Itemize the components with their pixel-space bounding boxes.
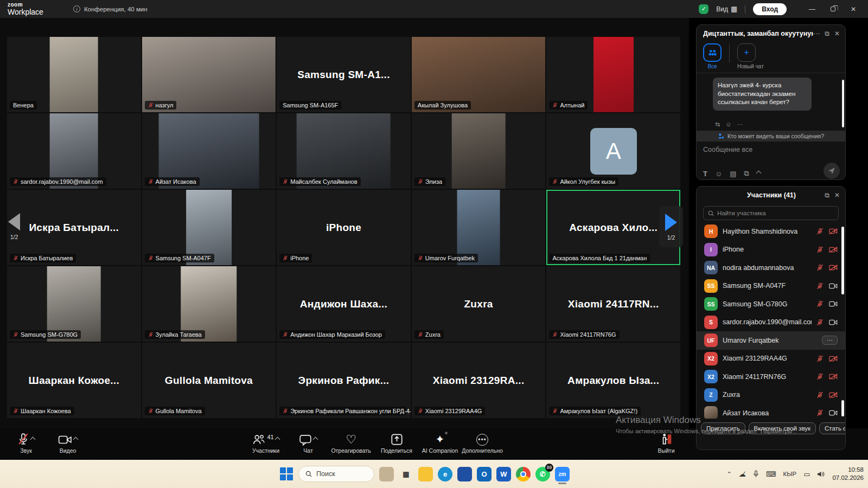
sign-in-button[interactable]: Вход [753,3,787,15]
leave-button[interactable]: Выйти [650,432,682,454]
weather-taskbar-icon[interactable] [379,467,394,481]
participants-options-chevron[interactable] [275,437,280,442]
video-tile[interactable]: Samsung SM-A1...Samsung SM-A165F [277,37,411,112]
chat-visibility-banner[interactable]: Кто может видеть ваши сообщения? [697,131,845,142]
participants-scrollbar-2[interactable] [841,400,844,416]
add-reaction-icon[interactable]: ☺ [725,121,731,128]
taskbar-search[interactable]: Поиск [298,466,374,482]
video-tile[interactable]: Андижон Шаха... Андижон Шахар Марказий Б… [277,266,411,342]
participants-close-icon[interactable]: ✕ [834,191,840,199]
attach-file-icon[interactable]: ▤ [730,170,736,178]
ai-companion-button[interactable]: ✦ AI Companion [417,432,463,454]
participants-button[interactable]: 41 Участники [247,432,285,454]
new-chat-button[interactable]: + Новый чат [737,43,764,69]
video-tile[interactable]: A Айкол Улугбек кызы [546,113,680,189]
video-tile[interactable]: Xiaomi 24117RN... Xiaomi 24117RN76G [546,266,680,342]
video-tile[interactable]: Искра Батырал... Искра Батыралиев [7,190,141,265]
participant-row[interactable]: HHayithon Shamshidinova [697,222,845,241]
chat-more-icon[interactable]: ⋯ [813,30,820,37]
participant-row[interactable]: NAnodira abdumannabova [697,259,845,277]
participant-row[interactable]: IiPhone [697,241,845,259]
previous-page-button[interactable]: 1/2 [3,213,25,240]
chat-options-chevron[interactable] [313,437,318,442]
participant-row[interactable]: X2Xiaomi 23129RAA4G [697,350,845,368]
message-more-icon[interactable]: ⋯ [737,121,743,128]
screenshot-icon[interactable]: ⧉ [744,169,749,178]
video-tile[interactable]: Амракулов Ыза... Амракулов Ызат (AlgaKGZ… [546,343,680,418]
word-taskbar-icon[interactable]: W [496,467,511,481]
participants-scrollbar[interactable] [841,227,844,294]
participant-row[interactable]: Ssardor.rajabov.1990@mail.com [697,313,845,332]
video-button[interactable]: Видео [50,432,86,454]
chat-close-icon[interactable]: ✕ [834,30,840,37]
claim-host-button[interactable]: Стать организат... [819,422,845,434]
view-button[interactable]: Вид ▦ [716,5,737,13]
video-tile[interactable]: Xiaomi 23129RA... Xiaomi 23129RAA4G [412,343,546,418]
react-button[interactable]: ♡ Отреагировать [328,432,374,454]
invite-button[interactable]: Пригласить [701,422,745,434]
participant-row[interactable]: X2Xiaomi 24117RN76G [697,368,845,386]
audio-button[interactable]: Звук [10,432,42,454]
video-tile[interactable]: Umarov Furqatbek [412,190,546,265]
video-tile[interactable]: Айзат Исакова [142,113,276,189]
outlook-taskbar-icon[interactable]: O [477,467,492,481]
participants-popout-icon[interactable]: ⧉ [825,191,829,199]
chat-scrollbar[interactable] [842,80,844,127]
video-tile[interactable]: Майсалбек Сулайманов [277,113,411,189]
emoji-icon[interactable]: ☺ [715,170,722,178]
video-tile[interactable]: Samsung SM-A047F [142,190,276,265]
restore-button[interactable] [824,2,842,16]
start-button[interactable] [279,467,293,481]
chat-button[interactable]: Чат [294,432,322,454]
video-options-chevron[interactable] [73,437,79,442]
video-tile[interactable]: Шааркан Кожое... Шааркан Кожоева [7,343,141,418]
video-tile[interactable]: Gullola Mamitova Gullola Mamitova [142,343,276,418]
security-shield-icon[interactable]: ✓ [699,4,709,14]
video-tile[interactable]: Алтынай [546,37,680,112]
video-tile[interactable]: Венера [7,37,141,112]
video-tile[interactable]: Zuxra Zuxra [412,266,546,342]
participant-row[interactable]: ZZuxra [697,386,845,404]
chat-tab-all[interactable]: Все [703,43,722,69]
edge-taskbar-icon[interactable]: e [438,467,452,481]
unmute-self-button[interactable]: Включить свой звук [749,422,816,434]
video-tile[interactable]: sardor.rajabov.1990@mail.com [7,113,141,189]
close-button[interactable]: ✕ [844,2,863,16]
language-indicator[interactable]: КЫР [783,471,797,477]
tray-expand-chevron[interactable]: ⌃ [727,471,732,478]
chat-message-bubble[interactable]: Назгүл эжей 4- курска биостатистикадан э… [713,78,812,111]
chevron-down-icon[interactable] [756,170,761,176]
store-taskbar-icon[interactable] [457,467,472,481]
cast-screen-icon[interactable]: ▭ [803,470,810,478]
participant-row[interactable]: Айзат Исакова [697,404,845,419]
share-button[interactable]: Поделиться [377,432,416,454]
more-button[interactable]: ••• Дополнительно [460,432,505,454]
participant-row[interactable]: SSSamsung SM-G780G [697,295,845,313]
video-tile[interactable]: Samsung SM-G780G [7,266,141,342]
participant-search-input[interactable]: Найти участника [703,206,839,220]
chat-popout-icon[interactable]: ⧉ [825,30,829,37]
whatsapp-taskbar-icon[interactable]: ✆89 [535,467,550,481]
format-text-icon[interactable]: T [703,170,707,178]
touch-keyboard-icon[interactable]: ⌨ [766,470,776,478]
video-tile[interactable]: Элиза [412,113,546,189]
minimize-button[interactable]: — [803,2,821,16]
video-tile[interactable]: Зулайка Тагаева [142,266,276,342]
task-view-taskbar-icon[interactable]: ▦ [399,467,413,481]
onedrive-paused-icon[interactable]: ☁̸ [739,470,746,478]
next-page-button[interactable]: 1/2 [659,206,683,247]
send-button[interactable] [824,163,840,179]
chat-input-area[interactable]: Сообщение все T ☺ ▤ ⧉ [697,142,845,182]
video-tile[interactable]: Эркинов Рафик... Эркинов Рафикали Равшан… [277,343,411,418]
meeting-info[interactable]: i Конференция, 40 мин [73,5,148,12]
chrome-taskbar-icon[interactable] [516,467,531,481]
audio-options-chevron[interactable] [30,437,36,442]
taskbar-clock[interactable]: 10:58 07.02.2026 [832,466,864,482]
participant-row[interactable]: SSSamsung SM-A047F [697,277,845,296]
speaker-icon[interactable] [817,471,825,478]
video-tile[interactable]: iPhone iPhone [277,190,411,265]
tray-microphone-icon[interactable] [753,470,759,478]
participant-more-button[interactable]: ⋯ [822,336,838,345]
video-tile[interactable]: Акылай Зулушова [412,37,546,112]
file-explorer-taskbar-icon[interactable] [418,467,433,481]
